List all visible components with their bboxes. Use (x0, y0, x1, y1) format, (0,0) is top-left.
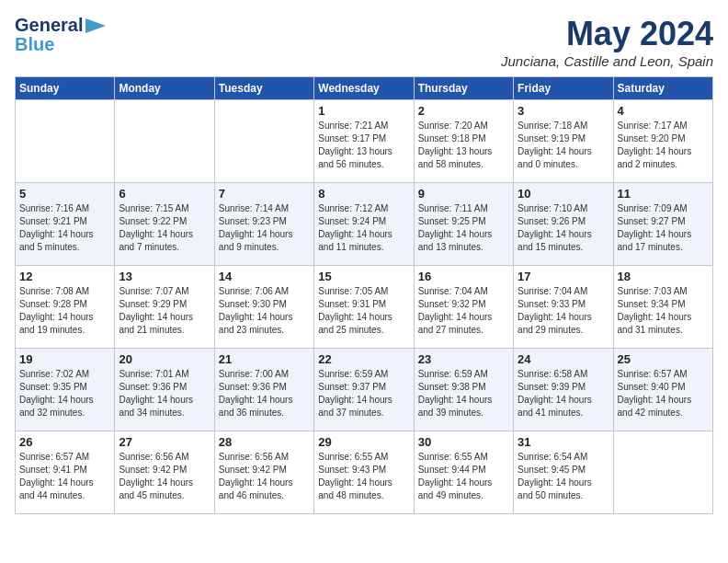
header-monday: Monday (115, 77, 214, 100)
table-row: 5Sunrise: 7:16 AM Sunset: 9:21 PM Daylig… (16, 183, 115, 266)
calendar-week-row: 26Sunrise: 6:57 AM Sunset: 9:41 PM Dayli… (16, 431, 713, 514)
logo-flag-icon (85, 18, 106, 33)
day-info: Sunrise: 7:16 AM Sunset: 9:21 PM Dayligh… (19, 202, 110, 254)
table-row: 27Sunrise: 6:56 AM Sunset: 9:42 PM Dayli… (115, 431, 214, 514)
day-number: 24 (518, 352, 609, 366)
calendar-week-row: 12Sunrise: 7:08 AM Sunset: 9:28 PM Dayli… (16, 266, 713, 349)
day-info: Sunrise: 6:55 AM Sunset: 9:43 PM Dayligh… (318, 451, 409, 502)
calendar-table: Sunday Monday Tuesday Wednesday Thursday… (15, 76, 713, 514)
table-row: 20Sunrise: 7:01 AM Sunset: 9:36 PM Dayli… (115, 349, 214, 431)
day-info: Sunrise: 7:10 AM Sunset: 9:26 PM Dayligh… (518, 202, 609, 254)
day-number: 19 (19, 352, 110, 366)
table-row (214, 100, 313, 183)
table-row: 31Sunrise: 6:54 AM Sunset: 9:45 PM Dayli… (514, 431, 613, 514)
day-number: 6 (119, 187, 210, 201)
day-number: 5 (19, 187, 110, 201)
logo-blue-text: Blue (15, 34, 54, 55)
day-info: Sunrise: 6:59 AM Sunset: 9:38 PM Dayligh… (418, 368, 509, 419)
day-info: Sunrise: 7:09 AM Sunset: 9:27 PM Dayligh… (618, 202, 709, 254)
table-row: 28Sunrise: 6:56 AM Sunset: 9:42 PM Dayli… (214, 431, 313, 514)
table-row: 24Sunrise: 6:58 AM Sunset: 9:39 PM Dayli… (514, 349, 613, 431)
day-info: Sunrise: 6:57 AM Sunset: 9:41 PM Dayligh… (19, 451, 110, 502)
day-number: 28 (219, 435, 310, 449)
day-info: Sunrise: 7:21 AM Sunset: 9:17 PM Dayligh… (318, 120, 409, 171)
day-info: Sunrise: 7:07 AM Sunset: 9:29 PM Dayligh… (119, 285, 210, 337)
location-text: Junciana, Castille and Leon, Spain (501, 53, 713, 69)
table-row: 14Sunrise: 7:06 AM Sunset: 9:30 PM Dayli… (214, 266, 313, 349)
day-number: 14 (219, 270, 310, 283)
day-info: Sunrise: 6:57 AM Sunset: 9:40 PM Dayligh… (618, 368, 709, 419)
day-number: 18 (618, 270, 709, 283)
day-number: 25 (618, 352, 709, 366)
header-sunday: Sunday (16, 77, 115, 100)
title-block: May 2024 Junciana, Castille and Leon, Sp… (501, 15, 713, 69)
table-row: 9Sunrise: 7:11 AM Sunset: 9:25 PM Daylig… (414, 183, 513, 266)
day-number: 4 (618, 104, 709, 118)
day-info: Sunrise: 7:03 AM Sunset: 9:34 PM Dayligh… (618, 285, 709, 337)
table-row: 13Sunrise: 7:07 AM Sunset: 9:29 PM Dayli… (115, 266, 214, 349)
day-number: 15 (318, 270, 409, 283)
day-number: 31 (518, 435, 609, 449)
day-number: 27 (119, 435, 210, 449)
day-number: 20 (119, 352, 210, 366)
calendar-week-row: 1Sunrise: 7:21 AM Sunset: 9:17 PM Daylig… (16, 100, 713, 183)
table-row (16, 100, 115, 183)
day-number: 2 (418, 104, 509, 118)
header-friday: Friday (514, 77, 613, 100)
table-row: 21Sunrise: 7:00 AM Sunset: 9:36 PM Dayli… (214, 349, 313, 431)
day-number: 21 (219, 352, 310, 366)
table-row: 29Sunrise: 6:55 AM Sunset: 9:43 PM Dayli… (314, 431, 414, 514)
day-info: Sunrise: 7:11 AM Sunset: 9:25 PM Dayligh… (418, 202, 509, 254)
day-number: 11 (618, 187, 709, 201)
table-row (613, 431, 712, 514)
day-number: 22 (318, 352, 409, 366)
logo: General Blue (15, 15, 106, 55)
day-number: 3 (518, 104, 609, 118)
day-info: Sunrise: 6:56 AM Sunset: 9:42 PM Dayligh… (219, 451, 310, 502)
table-row: 11Sunrise: 7:09 AM Sunset: 9:27 PM Dayli… (613, 183, 712, 266)
day-info: Sunrise: 7:08 AM Sunset: 9:28 PM Dayligh… (19, 285, 110, 337)
table-row: 12Sunrise: 7:08 AM Sunset: 9:28 PM Dayli… (16, 266, 115, 349)
day-info: Sunrise: 6:58 AM Sunset: 9:39 PM Dayligh… (518, 368, 609, 419)
day-info: Sunrise: 7:12 AM Sunset: 9:24 PM Dayligh… (318, 202, 409, 254)
day-info: Sunrise: 7:06 AM Sunset: 9:30 PM Dayligh… (219, 285, 310, 337)
table-row: 19Sunrise: 7:02 AM Sunset: 9:35 PM Dayli… (16, 349, 115, 431)
day-number: 13 (119, 270, 210, 283)
table-row: 30Sunrise: 6:55 AM Sunset: 9:44 PM Dayli… (414, 431, 513, 514)
table-row (115, 100, 214, 183)
day-info: Sunrise: 7:17 AM Sunset: 9:20 PM Dayligh… (618, 120, 709, 171)
header-tuesday: Tuesday (214, 77, 313, 100)
table-row: 16Sunrise: 7:04 AM Sunset: 9:32 PM Dayli… (414, 266, 513, 349)
table-row: 18Sunrise: 7:03 AM Sunset: 9:34 PM Dayli… (613, 266, 712, 349)
header-saturday: Saturday (613, 77, 712, 100)
page-header: General Blue May 2024 Junciana, Castille… (15, 15, 713, 69)
table-row: 4Sunrise: 7:17 AM Sunset: 9:20 PM Daylig… (613, 100, 712, 183)
table-row: 7Sunrise: 7:14 AM Sunset: 9:23 PM Daylig… (214, 183, 313, 266)
day-number: 8 (318, 187, 409, 201)
day-info: Sunrise: 7:01 AM Sunset: 9:36 PM Dayligh… (119, 368, 210, 419)
day-number: 23 (418, 352, 509, 366)
day-info: Sunrise: 6:56 AM Sunset: 9:42 PM Dayligh… (119, 451, 210, 502)
day-info: Sunrise: 7:02 AM Sunset: 9:35 PM Dayligh… (19, 368, 110, 419)
day-info: Sunrise: 6:54 AM Sunset: 9:45 PM Dayligh… (518, 451, 609, 502)
table-row: 15Sunrise: 7:05 AM Sunset: 9:31 PM Dayli… (314, 266, 414, 349)
table-row: 23Sunrise: 6:59 AM Sunset: 9:38 PM Dayli… (414, 349, 513, 431)
day-number: 17 (518, 270, 609, 283)
calendar-week-row: 5Sunrise: 7:16 AM Sunset: 9:21 PM Daylig… (16, 183, 713, 266)
header-wednesday: Wednesday (314, 77, 414, 100)
table-row: 6Sunrise: 7:15 AM Sunset: 9:22 PM Daylig… (115, 183, 214, 266)
day-info: Sunrise: 7:15 AM Sunset: 9:22 PM Dayligh… (119, 202, 210, 254)
table-row: 3Sunrise: 7:18 AM Sunset: 9:19 PM Daylig… (514, 100, 613, 183)
day-info: Sunrise: 7:18 AM Sunset: 9:19 PM Dayligh… (518, 120, 609, 171)
table-row: 1Sunrise: 7:21 AM Sunset: 9:17 PM Daylig… (314, 100, 414, 183)
day-number: 7 (219, 187, 310, 201)
day-number: 12 (19, 270, 110, 283)
table-row: 2Sunrise: 7:20 AM Sunset: 9:18 PM Daylig… (414, 100, 513, 183)
day-info: Sunrise: 7:04 AM Sunset: 9:32 PM Dayligh… (418, 285, 509, 337)
logo-general-text: General (15, 15, 83, 36)
day-info: Sunrise: 7:04 AM Sunset: 9:33 PM Dayligh… (518, 285, 609, 337)
table-row: 22Sunrise: 6:59 AM Sunset: 9:37 PM Dayli… (314, 349, 414, 431)
day-number: 9 (418, 187, 509, 201)
day-number: 29 (318, 435, 409, 449)
day-number: 30 (418, 435, 509, 449)
